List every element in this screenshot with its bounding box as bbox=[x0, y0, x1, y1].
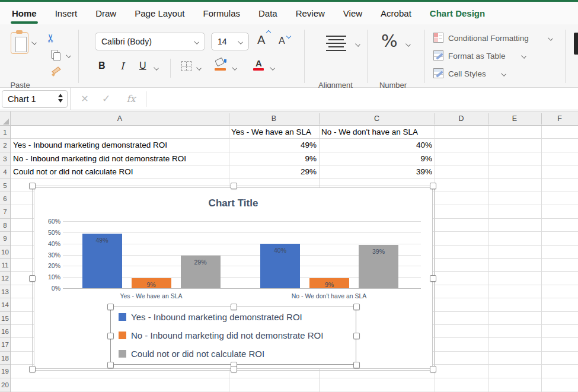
col-header-a[interactable]: A bbox=[11, 111, 229, 126]
chart-handle[interactable] bbox=[29, 275, 36, 282]
cell-styles-button[interactable]: Cell Styles bbox=[448, 69, 486, 78]
legend-handle[interactable] bbox=[107, 304, 114, 310]
row-header-12[interactable]: 12 bbox=[0, 272, 10, 285]
chart-handle[interactable] bbox=[430, 183, 436, 189]
format-as-table-button[interactable]: Format as Table bbox=[448, 52, 506, 60]
col-header-e[interactable]: E bbox=[488, 111, 541, 126]
legend-item[interactable]: Yes - Inbound marketing demonstrated ROI bbox=[119, 310, 302, 324]
row-header-2[interactable]: 2 bbox=[0, 139, 10, 152]
ribbon-overflow-button[interactable] bbox=[574, 33, 578, 55]
cell-c1[interactable]: No - We don't have an SLA bbox=[321, 126, 434, 139]
row-header-20[interactable]: 20 bbox=[0, 378, 10, 391]
row-header-16[interactable]: 16 bbox=[0, 325, 10, 338]
formula-input[interactable] bbox=[149, 90, 573, 108]
tab-review[interactable]: Review bbox=[296, 8, 325, 18]
chart-handle[interactable] bbox=[29, 183, 36, 189]
cell-a3[interactable]: No - Inbound marketing did not demonstra… bbox=[13, 152, 226, 165]
legend-handle[interactable] bbox=[353, 304, 360, 310]
chart-handle[interactable] bbox=[231, 366, 237, 372]
conditional-formatting-icon[interactable] bbox=[433, 33, 443, 43]
row-header-19[interactable]: 19 bbox=[0, 365, 10, 378]
conditional-formatting-chevron-icon[interactable] bbox=[548, 36, 553, 41]
row-header-15[interactable]: 15 bbox=[0, 312, 10, 325]
number-chevron-icon[interactable] bbox=[405, 42, 411, 47]
insert-function-icon[interactable]: fx bbox=[121, 90, 141, 108]
legend-handle[interactable] bbox=[107, 333, 114, 339]
tab-draw[interactable]: Draw bbox=[95, 8, 116, 18]
row-header-1[interactable]: 1 bbox=[0, 126, 10, 139]
col-header-f[interactable]: F bbox=[541, 111, 578, 126]
row-header-13[interactable]: 13 bbox=[0, 285, 10, 298]
cell-b1[interactable]: Yes - We have an SLA bbox=[231, 126, 317, 139]
row-header-14[interactable]: 14 bbox=[0, 298, 10, 311]
tab-view[interactable]: View bbox=[343, 8, 362, 18]
cell-a4[interactable]: Could not or did not calculate ROI bbox=[13, 165, 226, 179]
legend-handle[interactable] bbox=[353, 362, 360, 368]
legend-handle[interactable] bbox=[231, 304, 237, 310]
underline-dropdown-chevron-icon[interactable] bbox=[154, 65, 159, 71]
row-header-18[interactable]: 18 bbox=[0, 352, 10, 365]
legend-item[interactable]: Could not or did not calculate ROI bbox=[119, 346, 264, 361]
cell-c4[interactable]: 39% bbox=[319, 165, 432, 179]
underline-button[interactable]: U bbox=[139, 60, 146, 71]
chart-handle[interactable] bbox=[430, 275, 436, 282]
cancel-icon[interactable]: ✕ bbox=[76, 90, 94, 108]
borders-icon[interactable] bbox=[181, 61, 191, 71]
cell-styles-chevron-icon[interactable] bbox=[501, 71, 506, 77]
decrease-font-size-button[interactable]: A bbox=[279, 36, 285, 46]
row-header-3[interactable]: 3 bbox=[0, 152, 10, 165]
row-header-9[interactable]: 9 bbox=[0, 232, 10, 245]
italic-button[interactable]: I bbox=[120, 60, 124, 72]
cell-c2[interactable]: 40% bbox=[319, 139, 432, 152]
chart-handle[interactable] bbox=[29, 366, 36, 372]
copy-icon[interactable] bbox=[51, 50, 62, 61]
stepper-up-icon[interactable] bbox=[58, 94, 63, 97]
font-color-chevron-icon[interactable] bbox=[270, 65, 275, 71]
format-painter-icon[interactable] bbox=[50, 66, 62, 78]
font-color-button[interactable]: A bbox=[256, 58, 262, 68]
alignment-chevron-icon[interactable] bbox=[355, 42, 360, 47]
fill-color-chevron-icon[interactable] bbox=[232, 65, 237, 71]
tab-formulas[interactable]: Formulas bbox=[203, 8, 240, 18]
chart-handle[interactable] bbox=[231, 183, 237, 189]
legend-item[interactable]: No - Inbound marketing did not demonstra… bbox=[119, 328, 323, 342]
row-header-7[interactable]: 7 bbox=[0, 205, 10, 218]
bold-button[interactable]: B bbox=[98, 60, 106, 71]
col-header-d[interactable]: D bbox=[435, 111, 488, 126]
row-header-8[interactable]: 8 bbox=[0, 219, 10, 232]
cut-icon[interactable]: ✂ bbox=[44, 34, 58, 43]
cell-styles-icon[interactable] bbox=[433, 68, 443, 78]
row-header-10[interactable]: 10 bbox=[0, 246, 10, 259]
col-header-c[interactable]: C bbox=[319, 111, 435, 126]
row-header-17[interactable]: 17 bbox=[0, 338, 10, 351]
chart-legend[interactable]: Yes - Inbound marketing demonstrated ROI… bbox=[110, 307, 356, 365]
font-size-select[interactable]: 14 bbox=[211, 33, 249, 50]
legend-handle[interactable] bbox=[107, 362, 114, 368]
conditional-formatting-button[interactable]: Conditional Formatting bbox=[448, 34, 529, 43]
tab-acrobat[interactable]: Acrobat bbox=[381, 8, 411, 18]
cell-c3[interactable]: 9% bbox=[319, 152, 432, 165]
tab-insert[interactable]: Insert bbox=[55, 8, 78, 18]
increase-font-size-button[interactable]: A bbox=[257, 33, 265, 47]
cell-b4[interactable]: 29% bbox=[229, 165, 317, 179]
row-header-11[interactable]: 11 bbox=[0, 259, 10, 272]
borders-dropdown-chevron-icon[interactable] bbox=[196, 65, 202, 71]
name-box-stepper[interactable] bbox=[58, 94, 63, 103]
tab-chart-design[interactable]: Chart Design bbox=[430, 8, 485, 18]
tab-home[interactable]: Home bbox=[12, 8, 37, 18]
row-header-5[interactable]: 5 bbox=[0, 179, 10, 192]
paste-dropdown-chevron-icon[interactable] bbox=[31, 40, 37, 45]
alignment-icon[interactable] bbox=[326, 36, 346, 51]
chart-object[interactable]: Chart Title 60%50%40%30%20%10%0%49%9%29%… bbox=[34, 187, 433, 369]
col-header-b[interactable]: B bbox=[229, 111, 319, 126]
font-name-select[interactable]: Calibri (Body) bbox=[95, 33, 205, 50]
row-header-6[interactable]: 6 bbox=[0, 192, 10, 205]
name-box[interactable]: Chart 1 bbox=[2, 90, 68, 108]
percent-format-button[interactable]: % bbox=[381, 31, 398, 51]
tab-page-layout[interactable]: Page Layout bbox=[135, 8, 184, 18]
row-header-4[interactable]: 4 bbox=[0, 165, 10, 179]
cell-b2[interactable]: 49% bbox=[229, 139, 317, 152]
paste-button[interactable] bbox=[11, 32, 28, 54]
tab-data[interactable]: Data bbox=[258, 8, 277, 18]
cell-b3[interactable]: 9% bbox=[229, 152, 317, 165]
